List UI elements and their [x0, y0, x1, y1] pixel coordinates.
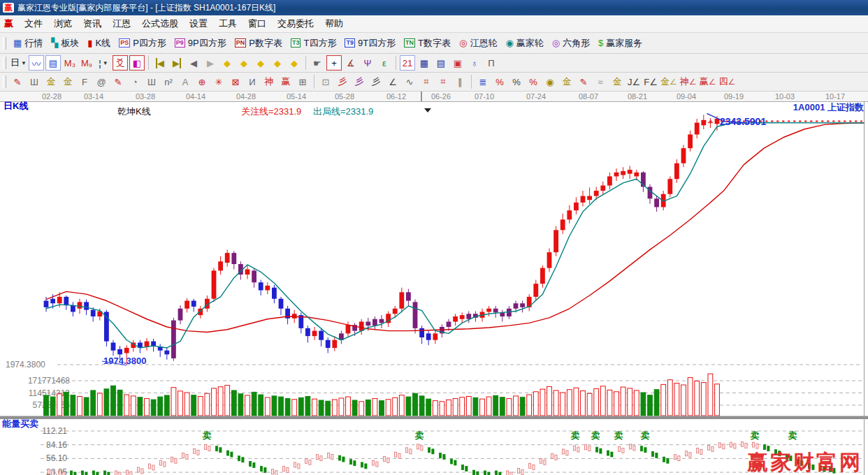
menu-item-设置[interactable]: 设置 [184, 16, 213, 31]
menu-item-公式选股[interactable]: 公式选股 [136, 16, 184, 31]
gann-fan-icon[interactable]: 彡 [335, 74, 350, 89]
gold-comb2-icon[interactable]: 金 [60, 74, 75, 89]
volume-profile-icon[interactable]: ◧ [129, 55, 145, 71]
pane-divider[interactable] [0, 416, 868, 420]
quotes-button[interactable]: ▦行情 [9, 35, 47, 52]
web-icon[interactable]: ♁ [467, 55, 482, 71]
notes-icon[interactable]: ▤ [433, 55, 449, 71]
spiral-icon[interactable]: @ [94, 74, 109, 89]
print-icon[interactable]: Π [484, 55, 499, 71]
p-square-button[interactable]: PSP四方形 [115, 35, 171, 52]
p-table-button[interactable]: PNP数字表 [231, 35, 287, 52]
tick-marks-icon[interactable]: И [245, 74, 260, 89]
chart-area[interactable]: 02-2803-1403-2804-1404-2805-1405-2806-12… [0, 92, 868, 475]
menu-item-工具[interactable]: 工具 [213, 16, 243, 31]
menu-item-窗口[interactable]: 窗口 [243, 16, 272, 31]
candle-style-dropdown[interactable]: ¦▼ [96, 55, 111, 71]
shen-icon[interactable]: 神 [261, 74, 277, 89]
star-burst-icon[interactable]: ✳ [211, 74, 226, 89]
f-angle-icon[interactable]: F∠ [643, 74, 658, 89]
gann-fan-box-icon[interactable]: 彡 [352, 74, 367, 89]
toolbar-grip[interactable] [3, 75, 6, 88]
cycle-clock-icon[interactable]: ◔ [127, 74, 143, 89]
circle-cross-icon[interactable]: ⊕ [194, 74, 210, 89]
percent-line-icon[interactable]: % [526, 74, 541, 89]
candle-style-dropdown-dropdown-arrow[interactable]: ▼ [103, 60, 108, 66]
comb2-icon[interactable]: Ш [144, 74, 159, 89]
winner-wheel-button[interactable]: ◉赢家轮 [501, 35, 547, 52]
ying-angle-icon[interactable]: 赢∠ [699, 74, 717, 89]
diamond-expand-icon[interactable]: ◆ [270, 55, 285, 71]
nav-last-icon[interactable]: ▶ [169, 55, 185, 71]
diamond-right-icon[interactable]: ◆ [236, 55, 252, 71]
sectors-button[interactable]: ▚板块 [47, 35, 83, 52]
9p-square-button[interactable]: P99P四方形 [171, 35, 231, 52]
toolbar-grip[interactable] [3, 37, 6, 50]
calculator-icon[interactable]: ▦ [417, 55, 432, 71]
period-candle-dropdown[interactable]: 日▼ [10, 55, 27, 71]
parallel-icon[interactable]: ∥ [452, 74, 468, 89]
gold-line-icon[interactable]: 金 [559, 74, 574, 89]
t-table-button[interactable]: TNT数字表 [400, 35, 455, 52]
gann-marks-icon[interactable]: Ψ [360, 55, 375, 71]
nav-first-icon[interactable]: ◀ [152, 55, 168, 71]
n2-icon[interactable]: n² [161, 74, 176, 89]
comb-icon[interactable]: Ш [27, 74, 42, 89]
gann-wheel-button[interactable]: ◎江恩轮 [455, 35, 501, 52]
qiankun-pattern-icon[interactable]: 爻 [113, 55, 128, 71]
diamond-cross-icon[interactable]: ◆ [287, 55, 302, 71]
levels-icon[interactable]: ≣ [475, 74, 491, 89]
a-channel-icon[interactable]: A [178, 74, 193, 89]
save-icon[interactable]: ▣ [450, 55, 465, 71]
percent-icon[interactable]: % [509, 74, 524, 89]
si-angle-icon[interactable]: 四∠ [718, 74, 736, 89]
rays-icon[interactable]: ∠ [385, 74, 400, 89]
ruler-grid-icon[interactable]: ⊞ [295, 74, 310, 89]
j-angle-icon[interactable]: J∠ [626, 74, 642, 89]
menu-item-江恩[interactable]: 江恩 [107, 16, 136, 31]
bars3-icon[interactable]: M₃ [62, 55, 78, 71]
t-square-button[interactable]: T3T四方形 [287, 35, 340, 52]
red-pen-icon[interactable]: ✎ [110, 74, 126, 89]
bars9-icon[interactable]: M₉ [79, 55, 94, 71]
brush-icon[interactable]: ✎ [576, 74, 591, 89]
kline-button[interactable]: ▮K线 [83, 35, 115, 52]
hexagon-button[interactable]: ◎六角形 [548, 35, 594, 52]
toolbar-grip[interactable] [3, 57, 6, 69]
gann-fan-dark-icon[interactable]: 彡 [368, 74, 384, 89]
nav-prev-icon[interactable]: ◀ [186, 55, 201, 71]
shen-angle-icon[interactable]: 神∠ [679, 74, 697, 89]
diamond-hsplit-icon[interactable]: ◆ [253, 55, 268, 71]
box-burst-icon[interactable]: ⊠ [228, 74, 243, 89]
ying-icon[interactable]: 赢 [278, 74, 294, 89]
draw-pen-icon[interactable]: ✎ [10, 74, 25, 89]
gold-circle-icon[interactable]: ◉ [542, 74, 558, 89]
gold-comb-icon[interactable]: 金 [43, 74, 59, 89]
zigzag-tool-icon[interactable]: ∿ [402, 74, 417, 89]
calendar-icon[interactable]: 21 [400, 55, 415, 71]
wave-marks-icon[interactable]: ε [377, 55, 392, 71]
angle-measure-icon[interactable]: ∡ [343, 55, 359, 71]
frame-icon[interactable]: ⊡ [318, 74, 333, 89]
gold-red-icon[interactable]: 金 [609, 74, 625, 89]
9t-square-button[interactable]: T99T四方形 [340, 35, 400, 52]
zigzag-chart-icon[interactable]: 〰 [29, 55, 44, 71]
percent-fan-icon[interactable]: % [492, 74, 507, 89]
menu-item-资讯[interactable]: 资讯 [78, 16, 107, 31]
winner-service-button[interactable]: $赢家服务 [594, 35, 646, 52]
menu-item-帮助[interactable]: 帮助 [319, 16, 349, 31]
nav-next-icon[interactable]: ▶ [203, 55, 218, 71]
f-comb-icon[interactable]: F [77, 74, 92, 89]
menu-item-文件[interactable]: 文件 [19, 16, 48, 31]
crosshair-icon[interactable]: + [326, 55, 342, 71]
red-grid2-icon[interactable]: ⌗ [435, 74, 451, 89]
red-grid-icon[interactable]: ⌗ [419, 74, 434, 89]
kline-chart[interactable]: 02-2803-1403-2804-1404-2805-1405-2806-12… [0, 92, 868, 475]
menu-item-浏览[interactable]: 浏览 [48, 16, 78, 31]
gold-angle-icon[interactable]: 金∠ [660, 74, 678, 89]
menu-item-交易委托[interactable]: 交易委托 [272, 16, 319, 31]
diamond-left-icon[interactable]: ◆ [219, 55, 235, 71]
hand-pan-icon[interactable]: ☛ [310, 55, 325, 71]
wave-fit-icon[interactable]: ≈ [593, 74, 608, 89]
f10-report-icon[interactable]: ▤ [45, 55, 61, 71]
